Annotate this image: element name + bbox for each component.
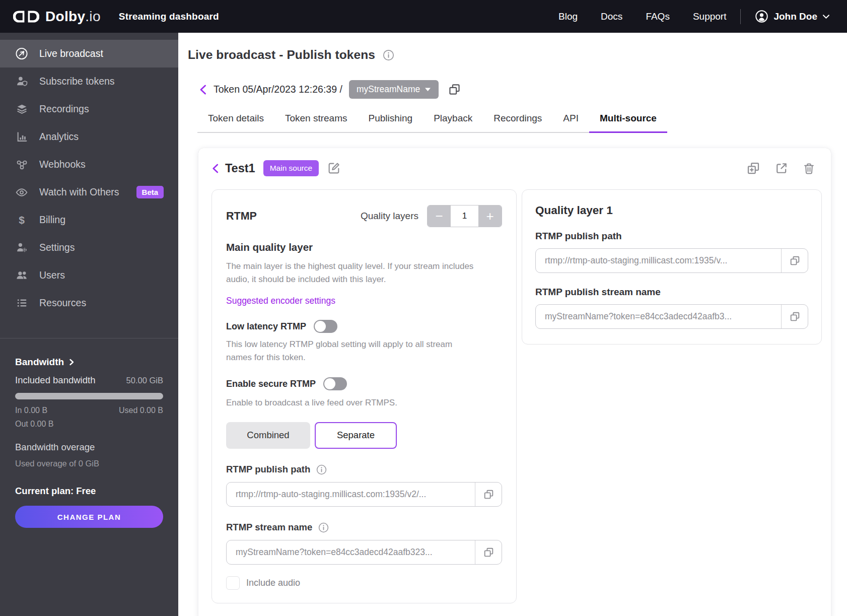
- rtmp-panel: RTMP Quality layers − 1 + Main quality l…: [211, 189, 517, 603]
- combined-button[interactable]: Combined: [226, 422, 310, 449]
- copy-stream-name-field-button[interactable]: [475, 540, 502, 564]
- rtmp-publish-path-label: RTMP publish path: [226, 464, 310, 475]
- main-content: Live broadcast - Publish tokens Token 05…: [178, 33, 847, 616]
- beta-badge: Beta: [136, 186, 164, 198]
- bandwidth-out: Out 0.00 B: [15, 420, 163, 429]
- copy-publish-path-button[interactable]: [475, 483, 502, 506]
- sidebar-item-users[interactable]: Users: [0, 261, 178, 289]
- user-avatar-icon: [755, 10, 768, 23]
- info-icon[interactable]: [382, 49, 395, 61]
- sidebar-item-analytics[interactable]: Analytics: [0, 123, 178, 151]
- duplicate-plus-icon: [746, 161, 761, 176]
- sidebar-item-label: Billing: [39, 214, 65, 226]
- nav-support[interactable]: Support: [693, 11, 727, 22]
- sidebar-item-settings[interactable]: Settings: [0, 234, 178, 261]
- nav-blog[interactable]: Blog: [558, 11, 578, 22]
- sidebar-item-label: Resources: [39, 297, 86, 309]
- copy-ql-publish-path-button[interactable]: [782, 249, 808, 272]
- tab-playback[interactable]: Playback: [423, 113, 483, 132]
- breadcrumb: Token 05/Apr/2023 12:26:39 / myStreamNam…: [199, 80, 847, 99]
- tab-api[interactable]: API: [552, 113, 589, 132]
- bandwidth-overage-title: Bandwidth overage: [15, 442, 163, 453]
- caret-down-icon: [425, 87, 431, 92]
- include-audio-checkbox[interactable]: [226, 576, 240, 590]
- suggested-encoder-settings-link[interactable]: Suggested encoder settings: [226, 296, 335, 306]
- duplicate-source-button[interactable]: [746, 161, 761, 176]
- trash-icon: [802, 162, 816, 175]
- sidebar-item-subscribe-tokens[interactable]: Subscribe tokens: [0, 67, 178, 95]
- current-plan-label: Current plan: Free: [15, 486, 163, 497]
- secure-rtmp-toggle[interactable]: [323, 377, 347, 390]
- resources-icon: [15, 297, 28, 309]
- low-latency-label: Low latency RTMP: [226, 321, 306, 332]
- ql-stream-name-value: myStreamName?token=e84cc3adecd42aafb3...: [536, 311, 781, 322]
- sidebar-item-label: Analytics: [39, 131, 79, 143]
- sidebar-item-resources[interactable]: Resources: [0, 289, 178, 317]
- rtmp-publish-path-value: rtmp://rtmp-auto-staging.millicast.com:1…: [227, 489, 475, 500]
- edit-source-button[interactable]: [327, 161, 341, 175]
- broadcast-icon: [15, 47, 28, 60]
- sidebar-nav: Live broadcast Subscribe tokens: [0, 33, 178, 317]
- ql-stream-name-label: RTMP publish stream name: [535, 287, 808, 298]
- secure-rtmp-desc: Enable to broadcast a live feed over RTM…: [226, 396, 478, 409]
- sidebar-item-watch-with-others[interactable]: Watch with Others Beta: [0, 178, 178, 206]
- copy-stream-name-button[interactable]: [447, 82, 462, 97]
- subscribe-tokens-icon: [15, 75, 28, 88]
- include-audio-label: Include audio: [246, 578, 300, 588]
- webhooks-icon: [15, 158, 28, 171]
- bandwidth-in: In 0.00 B: [15, 406, 47, 415]
- quality-layer-panel: Quality layer 1 RTMP publish path rtmp:/…: [522, 189, 822, 345]
- rtmp-stream-name-label: RTMP stream name: [226, 522, 312, 533]
- sidebar-item-label: Webhooks: [39, 159, 86, 170]
- sidebar-item-label: Live broadcast: [39, 48, 103, 59]
- rtmp-panel-title: RTMP: [226, 210, 257, 223]
- increment-button[interactable]: +: [478, 206, 502, 227]
- back-chevron-icon[interactable]: [199, 84, 207, 95]
- quality-layers-value: 1: [451, 206, 478, 227]
- bandwidth-overage-detail: Used overage of 0 GiB: [15, 459, 163, 468]
- tab-token-streams[interactable]: Token streams: [274, 113, 358, 132]
- tab-token-details[interactable]: Token details: [197, 113, 274, 132]
- separate-button[interactable]: Separate: [315, 422, 397, 449]
- sidebar-item-webhooks[interactable]: Webhooks: [0, 151, 178, 178]
- copy-ql-stream-name-button[interactable]: [782, 305, 808, 328]
- sidebar-item-live-broadcast[interactable]: Live broadcast: [0, 40, 178, 67]
- info-icon[interactable]: [318, 522, 329, 533]
- tab-multi-source[interactable]: Multi-source: [589, 113, 667, 133]
- ql-stream-name-input[interactable]: myStreamName?token=e84cc3adecd42aafb3...: [535, 304, 808, 329]
- stream-name-dropdown[interactable]: myStreamName: [349, 80, 439, 99]
- card-back-chevron-icon[interactable]: [211, 163, 219, 174]
- main-source-badge: Main source: [263, 160, 319, 176]
- info-icon[interactable]: [316, 464, 327, 475]
- token-breadcrumb-text: Token 05/Apr/2023 12:26:39 /: [214, 84, 342, 95]
- ql-publish-path-input[interactable]: rtmp://rtmp-auto-staging.millicast.com:1…: [535, 248, 808, 273]
- decrement-button[interactable]: −: [428, 206, 451, 227]
- topbar: Dolby.io Streaming dashboard Blog Docs F…: [0, 0, 847, 33]
- bandwidth-used: Used 0.00 B: [119, 406, 163, 415]
- sidebar-item-billing[interactable]: $ Billing: [0, 206, 178, 234]
- bandwidth-progress-bar: [15, 393, 163, 399]
- copy-icon: [482, 546, 495, 559]
- sidebar-item-recordings[interactable]: Recordings: [0, 95, 178, 123]
- copy-icon: [789, 310, 801, 323]
- user-menu[interactable]: John Doe: [755, 10, 830, 23]
- topbar-divider: [740, 9, 741, 24]
- tab-recordings[interactable]: Recordings: [483, 113, 552, 132]
- bandwidth-title-label: Bandwidth: [15, 357, 64, 368]
- dolby-double-d-icon: [13, 9, 39, 25]
- bandwidth-section: Bandwidth Included bandwidth 50.00 GiB I…: [0, 338, 178, 528]
- delete-source-button[interactable]: [802, 162, 816, 175]
- rtmp-publish-path-input[interactable]: rtmp://rtmp-auto-staging.millicast.com:1…: [226, 482, 502, 507]
- chevron-right-icon: [68, 358, 75, 366]
- recordings-icon: [15, 103, 28, 115]
- rtmp-stream-name-input[interactable]: myStreamName?token=e84cc3adecd42aafb323.…: [226, 540, 502, 565]
- nav-faqs[interactable]: FAQs: [646, 11, 670, 22]
- tab-publishing[interactable]: Publishing: [358, 113, 423, 132]
- open-source-button[interactable]: [774, 161, 789, 175]
- settings-icon: [15, 241, 28, 254]
- low-latency-toggle[interactable]: [314, 320, 337, 333]
- nav-docs[interactable]: Docs: [601, 11, 622, 22]
- change-plan-button[interactable]: CHANGE PLAN: [15, 506, 163, 528]
- quality-layers-stepper: − 1 +: [427, 205, 502, 227]
- bandwidth-title[interactable]: Bandwidth: [15, 357, 163, 368]
